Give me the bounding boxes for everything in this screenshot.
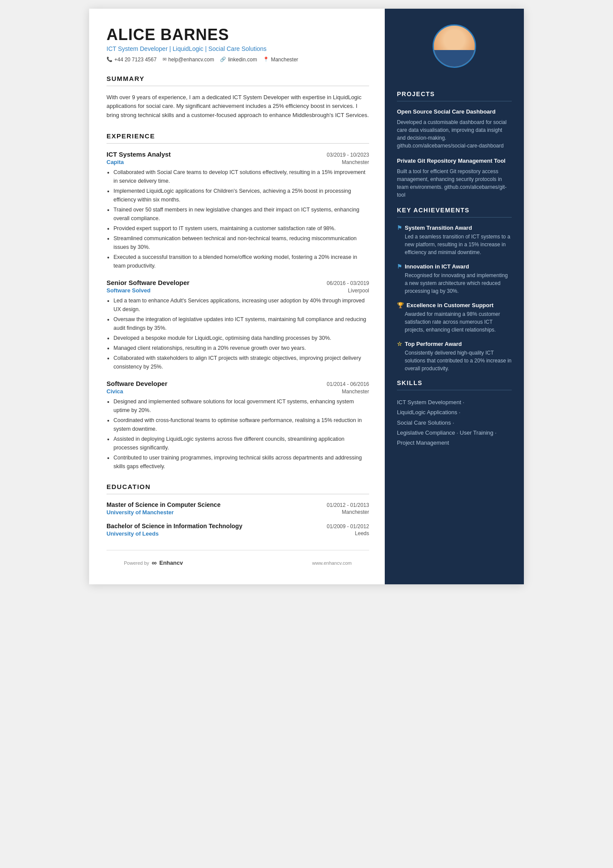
candidate-name: ALICE BARNES [107, 26, 369, 44]
achievement-title-1: System Transition Award [405, 225, 472, 231]
exp-subheader-1: Capita Manchester [107, 159, 369, 165]
achievement-desc-3: Awarded for maintaining a 98% customer s… [397, 310, 512, 334]
exp-title-2: Senior Software Developer [107, 279, 190, 286]
edu-entry-2: Bachelor of Science in Information Techn… [107, 523, 369, 537]
avatar [433, 24, 476, 68]
right-content: PROJECTS Open Source Social Care Dashboa… [385, 90, 524, 448]
achievement-title-4: Top Performer Award [405, 341, 462, 347]
enhancv-logo-icon: ∞ [152, 559, 157, 567]
exp-dates-2: 06/2016 - 03/2019 [327, 280, 369, 286]
exp-bullets-2: Led a team to enhance Adult's Services a… [107, 296, 369, 371]
exp-company-2: Software Solved [107, 287, 150, 294]
contact-phone: 📞 +44 20 7123 4567 [107, 57, 157, 63]
skills-heading: SKILLS [397, 379, 512, 386]
edu-degree-2: Bachelor of Science in Information Techn… [107, 523, 242, 530]
achievement-4: ☆ Top Performer Award Consistently deliv… [397, 341, 512, 372]
experience-section: EXPERIENCE ICT Systems Analyst 03/2019 -… [107, 132, 369, 471]
experience-heading: EXPERIENCE [107, 132, 369, 140]
bullet-item: Coordinated with cross-functional teams … [113, 416, 369, 433]
achievement-2: ⚑ Innovation in ICT Award Recognised for… [397, 263, 512, 295]
exp-bullets-3: Designed and implemented software soluti… [107, 397, 369, 471]
exp-entry-2: Senior Software Developer 06/2016 - 03/2… [107, 279, 369, 371]
edu-degree-1: Master of Science in Computer Science [107, 501, 220, 508]
edu-location-2: Leeds [355, 530, 369, 537]
achievement-title-2: Innovation in ICT Award [405, 263, 469, 270]
exp-company-1: Capita [107, 159, 124, 165]
exp-title-3: Software Developer [107, 380, 167, 387]
exp-entry-1: ICT Systems Analyst 03/2019 - 10/2023 Ca… [107, 151, 369, 270]
phone-icon: 📞 [107, 57, 113, 62]
bullet-item: Executed a successful transition to a bl… [113, 253, 369, 270]
bullet-item: Contributed to user training programmes,… [113, 453, 369, 471]
projects-heading: PROJECTS [397, 90, 512, 97]
exp-header-1: ICT Systems Analyst 03/2019 - 10/2023 [107, 151, 369, 158]
location-icon: 📍 [263, 57, 269, 62]
edu-dates-2: 01/2009 - 01/2012 [327, 523, 369, 530]
project-desc-2: Built a tool for efficient Git repositor… [397, 168, 512, 199]
bullet-item: Assisted in deploying LiquidLogic system… [113, 435, 369, 452]
footer: Powered by ∞ Enhancv www.enhancv.com [107, 550, 369, 567]
project-title-2: Private Git Repository Management Tool [397, 158, 512, 165]
bullet-item: Implemented LiquidLogic applications for… [113, 187, 369, 204]
trophy-icon: 🏆 [397, 302, 404, 308]
skills-list: ICT System Development · LiquidLogic App… [397, 397, 512, 448]
bullet-item: Developed a bespoke module for LiquidLog… [113, 334, 369, 342]
exp-dates-3: 01/2014 - 06/2016 [327, 381, 369, 387]
flag-icon-1: ⚑ [397, 225, 402, 231]
skill-item-3: Social Care Solutions · [397, 418, 512, 428]
achievement-title-3: Excellence in Customer Support [406, 302, 493, 308]
achievement-1: ⚑ System Transition Award Led a seamless… [397, 225, 512, 256]
powered-by-text: Powered by [124, 560, 149, 566]
edu-dates-1: 01/2012 - 01/2013 [327, 502, 369, 508]
edu-location-1: Manchester [342, 509, 369, 516]
experience-divider [107, 143, 369, 144]
header-section: ALICE BARNES ICT System Developer | Liqu… [107, 26, 369, 63]
bullet-item: Collaborated with stakeholders to align … [113, 354, 369, 371]
contact-bar: 📞 +44 20 7123 4567 ✉ help@enhancv.com 🔗 … [107, 57, 369, 63]
edu-header-2: Bachelor of Science in Information Techn… [107, 523, 369, 530]
achievement-desc-2: Recognised for innovating and implementi… [397, 271, 512, 295]
skill-item-5: Project Management [397, 438, 512, 448]
edu-entry-1: Master of Science in Computer Science 01… [107, 501, 369, 516]
exp-header-2: Senior Software Developer 06/2016 - 03/2… [107, 279, 369, 286]
edu-subheader-1: University of Manchester Manchester [107, 509, 369, 516]
achievements-divider [397, 217, 512, 218]
edu-subheader-2: University of Leeds Leeds [107, 530, 369, 537]
project-title-1: Open Source Social Care Dashboard [397, 108, 512, 116]
summary-divider [107, 86, 369, 86]
exp-location-2: Liverpool [348, 288, 369, 294]
summary-heading: SUMMARY [107, 75, 369, 82]
bullet-item: Oversaw the integration of legislative u… [113, 315, 369, 332]
achievement-header-3: 🏆 Excellence in Customer Support [397, 302, 512, 308]
contact-linkedin: 🔗 linkedin.com [220, 57, 257, 63]
skill-item-4: Legislative Compliance · User Training · [397, 428, 512, 438]
resume-container: ALICE BARNES ICT System Developer | Liqu… [89, 9, 524, 584]
contact-email: ✉ help@enhancv.com [163, 57, 214, 63]
exp-subheader-3: Civica Manchester [107, 388, 369, 395]
achievement-desc-4: Consistently delivered high-quality ICT … [397, 349, 512, 372]
exp-location-1: Manchester [342, 159, 369, 165]
candidate-title: ICT System Developer | LiquidLogic | Soc… [107, 45, 369, 52]
achievements-section: KEY ACHIEVEMENTS ⚑ System Transition Awa… [397, 207, 512, 372]
left-column: ALICE BARNES ICT System Developer | Liqu… [89, 9, 385, 584]
achievement-3: 🏆 Excellence in Customer Support Awarded… [397, 302, 512, 334]
star-icon: ☆ [397, 341, 402, 347]
contact-location: 📍 Manchester [263, 57, 298, 63]
achievement-desc-1: Led a seamless transition of ICT systems… [397, 233, 512, 256]
bullet-item: Managed client relationships, resulting … [113, 344, 369, 352]
project-desc-1: Developed a customisable dashboard for s… [397, 118, 512, 150]
projects-section: PROJECTS Open Source Social Care Dashboa… [397, 90, 512, 199]
link-icon: 🔗 [220, 57, 226, 62]
skills-divider [397, 390, 512, 390]
achievement-header-2: ⚑ Innovation in ICT Award [397, 263, 512, 270]
project-item-1: Open Source Social Care Dashboard Develo… [397, 108, 512, 150]
education-heading: EDUCATION [107, 483, 369, 490]
edu-school-1: University of Manchester [107, 509, 174, 516]
bullet-item: Provided expert support to IT system use… [113, 224, 369, 233]
edu-header-1: Master of Science in Computer Science 01… [107, 501, 369, 508]
bullet-item: Streamlined communication between techni… [113, 234, 369, 251]
bullet-item: Collaborated with Social Care teams to d… [113, 168, 369, 185]
exp-company-3: Civica [107, 388, 123, 395]
exp-header-3: Software Developer 01/2014 - 06/2016 [107, 380, 369, 387]
education-section: EDUCATION Master of Science in Computer … [107, 483, 369, 537]
